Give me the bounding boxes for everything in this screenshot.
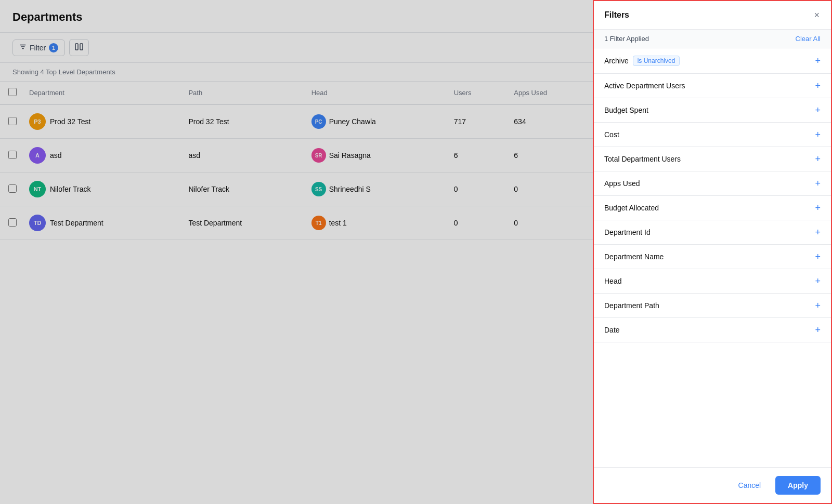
filter-footer: Cancel Apply	[594, 467, 831, 503]
dept-name: Nilofer Track	[50, 185, 91, 193]
add-filter-icon[interactable]: +	[815, 130, 821, 139]
dept-path: Prod 32 Test	[180, 104, 303, 139]
head-avatar: PC	[311, 114, 326, 129]
dept-users: 0	[446, 173, 506, 206]
filter-item-name: Active Department Users	[604, 82, 685, 90]
filter-panel-header: Filters ×	[594, 1, 831, 30]
filter-applied-text: 1 Filter Applied	[604, 35, 649, 43]
dept-cell: TD Test Department	[29, 215, 172, 231]
add-filter-icon[interactable]: +	[815, 154, 821, 164]
filter-item-name: Budget Allocated	[604, 204, 659, 212]
filter-item-left: Department Name	[604, 253, 664, 261]
filter-item[interactable]: Total Department Users +	[594, 147, 831, 171]
filter-item-left: Department Id	[604, 228, 651, 236]
columns-button[interactable]	[69, 39, 89, 56]
row-checkbox[interactable]	[8, 218, 17, 227]
departments-table: Department Path Head Users Apps Used P3 …	[0, 82, 593, 240]
filter-item-name: Department Path	[604, 301, 659, 310]
head-avatar: SR	[311, 148, 326, 163]
dept-cell: NT Nilofer Track	[29, 181, 172, 197]
dept-apps-used: 0	[505, 173, 593, 206]
page-title: Departments	[12, 10, 580, 24]
filter-item[interactable]: Department Name +	[594, 245, 831, 269]
cancel-button[interactable]: Cancel	[730, 477, 770, 494]
add-filter-icon[interactable]: +	[815, 325, 821, 335]
showing-label: Showing 4 Top Level Departments	[0, 63, 593, 82]
filter-icon	[19, 43, 27, 52]
filter-item-name: Apps Used	[604, 179, 640, 188]
columns-icon	[75, 43, 83, 52]
filter-item-name: Head	[604, 277, 621, 285]
filter-item-left: Budget Spent	[604, 106, 648, 114]
filter-item-left: Date	[604, 326, 620, 334]
add-filter-icon[interactable]: +	[815, 56, 821, 65]
col-path: Path	[180, 82, 303, 104]
head-cell: SR Sai Rasagna	[311, 148, 437, 163]
col-users: Users	[446, 82, 506, 104]
add-filter-icon[interactable]: +	[815, 203, 821, 213]
filter-item[interactable]: Archive is Unarchived +	[594, 48, 831, 74]
filter-item-left: Cost	[604, 130, 619, 139]
table-wrapper: Department Path Head Users Apps Used P3 …	[0, 82, 593, 240]
filter-item[interactable]: Apps Used +	[594, 171, 831, 196]
dept-avatar: A	[29, 147, 46, 164]
filter-item-left: Department Path	[604, 301, 659, 310]
close-filter-button[interactable]: ×	[813, 9, 821, 21]
filter-tag: is Unarchived	[633, 56, 680, 66]
filter-button[interactable]: Filter 1	[12, 39, 65, 56]
add-filter-icon[interactable]: +	[815, 228, 821, 237]
head-name: test 1	[329, 219, 347, 227]
dept-path: asd	[180, 139, 303, 173]
filter-applied-bar: 1 Filter Applied Clear All	[594, 30, 831, 48]
table-row: TD Test Department Test Department T1 te…	[0, 206, 593, 240]
filter-list: Archive is Unarchived + Active Departmen…	[594, 48, 831, 467]
col-apps-used: Apps Used	[505, 82, 593, 104]
filter-item[interactable]: Budget Spent +	[594, 98, 831, 123]
dept-users: 6	[446, 139, 506, 173]
filter-item[interactable]: Department Id +	[594, 220, 831, 245]
table-row: A asd asd SR Sai Rasagna 6 6	[0, 139, 593, 173]
head-avatar: SS	[311, 182, 326, 196]
add-filter-icon[interactable]: +	[815, 301, 821, 310]
filter-panel-title: Filters	[604, 10, 629, 20]
filter-item[interactable]: Cost +	[594, 123, 831, 147]
add-filter-icon[interactable]: +	[815, 105, 821, 115]
clear-all-button[interactable]: Clear All	[796, 35, 821, 43]
add-filter-icon[interactable]: +	[815, 179, 821, 188]
row-checkbox[interactable]	[8, 184, 17, 193]
toolbar: Filter 1	[0, 33, 593, 63]
svg-rect-1	[80, 44, 83, 50]
filter-item[interactable]: Head +	[594, 269, 831, 294]
filter-item-left: Active Department Users	[604, 82, 685, 90]
add-filter-icon[interactable]: +	[815, 81, 821, 90]
filter-item-name: Total Department Users	[604, 155, 681, 163]
dept-avatar: TD	[29, 215, 46, 231]
select-all-checkbox[interactable]	[8, 88, 17, 96]
row-checkbox[interactable]	[8, 151, 17, 159]
col-department: Department	[21, 82, 180, 104]
filter-item-name: Date	[604, 326, 620, 334]
filter-item[interactable]: Budget Allocated +	[594, 196, 831, 220]
head-name: Shrineedhi S	[329, 185, 371, 193]
svg-rect-0	[75, 44, 78, 50]
filter-item[interactable]: Active Department Users +	[594, 74, 831, 98]
filter-item-name: Cost	[604, 130, 619, 139]
filter-item[interactable]: Department Path +	[594, 294, 831, 318]
head-avatar: T1	[311, 216, 326, 230]
filter-item-left: Head	[604, 277, 621, 285]
head-cell: T1 test 1	[311, 216, 437, 230]
filter-item[interactable]: Date +	[594, 318, 831, 342]
filter-count: 1	[49, 43, 58, 52]
add-filter-icon[interactable]: +	[815, 252, 821, 261]
head-name: Sai Rasagna	[329, 151, 371, 160]
dept-name: asd	[50, 151, 62, 160]
apply-button[interactable]: Apply	[775, 476, 821, 495]
filter-item-name: Archive	[604, 57, 629, 65]
filter-label: Filter	[30, 44, 46, 52]
col-head: Head	[303, 82, 446, 104]
filter-item-name: Budget Spent	[604, 106, 648, 114]
row-checkbox[interactable]	[8, 117, 17, 125]
dept-avatar: P3	[29, 113, 46, 130]
filter-item-name: Department Id	[604, 228, 651, 236]
add-filter-icon[interactable]: +	[815, 276, 821, 286]
